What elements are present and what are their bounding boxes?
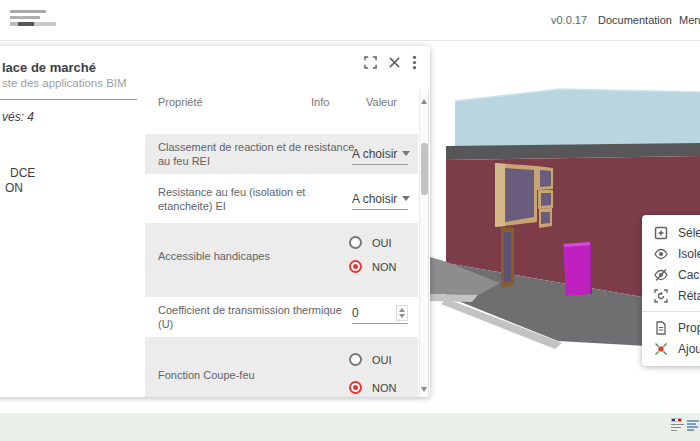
door-magenta-side [590, 242, 592, 295]
property-label: Accessible handicapes [158, 249, 358, 263]
radio-selected-icon [349, 381, 362, 394]
col-header-property: Propriété [158, 96, 203, 108]
nav-mentions[interactable]: Menti [679, 14, 700, 26]
context-menu: Sélecti Isoler Cacher Rétabli Proprié [642, 215, 700, 366]
property-row: Fonction Coupe-feu OUI NON [145, 337, 418, 397]
menu-item-label: Sélecti [678, 226, 700, 240]
top-bar: v0.0.17 Documentation Menti [0, 0, 700, 41]
window-small-glass [540, 170, 551, 187]
radio-option-non[interactable]: NON [349, 260, 396, 273]
menu-item-label: Cacher [678, 268, 700, 282]
value-select[interactable]: A choisir [352, 192, 408, 210]
window-small-glass [541, 212, 550, 224]
divider [0, 99, 137, 100]
eye-icon [654, 247, 668, 261]
partner-logo [687, 419, 699, 432]
chevron-down-icon [402, 151, 410, 156]
app-version: v0.0.17 [551, 14, 587, 26]
property-label: Classement de reaction et de resistance … [158, 140, 358, 168]
stepper-down-icon [399, 314, 405, 318]
menu-item-properties[interactable]: Proprié [642, 317, 700, 338]
logo-line [687, 429, 694, 431]
window-large-glass [505, 168, 534, 222]
app-root: { "header": { "version": "v0.0.17", "nav… [0, 0, 700, 441]
radio-selected-icon [349, 260, 362, 273]
close-icon[interactable] [388, 56, 401, 69]
building-roof [455, 89, 700, 147]
property-row: Accessible handicapes OUI NON [145, 223, 418, 297]
logo-line [10, 16, 40, 19]
col-header-value: Valeur [366, 96, 397, 108]
app-list-item[interactable]: ON [5, 181, 23, 195]
radio-label: NON [372, 261, 396, 273]
number-stepper[interactable] [396, 305, 408, 321]
kebab-menu-icon[interactable] [412, 55, 417, 70]
number-input[interactable]: 0 [352, 304, 408, 324]
eye-off-icon [654, 268, 668, 282]
results-count: vés: 4 [2, 110, 34, 124]
add-selection-icon [654, 226, 668, 240]
stepper-up-icon [399, 308, 405, 312]
terrace-edge [430, 294, 478, 302]
radio-option-oui[interactable]: OUI [349, 353, 392, 366]
nav-documentation[interactable]: Documentation [598, 14, 672, 26]
property-label: Fonction Coupe-feu [158, 368, 358, 382]
menu-item-select[interactable]: Sélecti [642, 222, 700, 243]
footer-band [0, 413, 700, 441]
radio-option-oui[interactable]: OUI [349, 236, 392, 249]
scrollbar-track[interactable] [419, 90, 429, 397]
radio-icon [349, 353, 362, 366]
dialog-title: lace de marché [2, 60, 96, 75]
door-main-glass [504, 232, 511, 283]
radio-label: OUI [372, 354, 392, 366]
menu-item-restore[interactable]: Rétabli [642, 285, 700, 306]
property-row: Classement de reaction et de resistance … [145, 134, 418, 174]
logo-line [671, 427, 681, 429]
logo-line [687, 420, 699, 422]
radio-label: OUI [372, 237, 392, 249]
col-header-info: Info [311, 96, 329, 108]
logo-line [671, 430, 677, 432]
property-row: Resistance au feu (isolation et etanchei… [145, 174, 418, 223]
select-value: A choisir [352, 192, 397, 206]
property-label: Coefficient de transmission thermique (U… [158, 303, 358, 331]
radio-option-non[interactable]: NON [349, 381, 396, 394]
logo-line [687, 423, 696, 425]
logo-line [671, 424, 684, 426]
logo-line [10, 22, 56, 26]
menu-item-hide[interactable]: Cacher [642, 264, 700, 285]
chevron-down-icon [402, 196, 410, 201]
menu-item-label: Proprié [678, 321, 700, 335]
number-value: 0 [352, 306, 359, 320]
restore-view-icon [654, 289, 668, 303]
app-logo[interactable] [10, 10, 80, 32]
french-flag-icon [671, 418, 682, 422]
menu-item-label: Rétabli [678, 289, 700, 303]
window-small-glass [541, 193, 551, 206]
dialog-subtitle: ste des applications BIM [2, 77, 127, 89]
radio-icon [349, 236, 362, 249]
fullscreen-icon[interactable] [364, 56, 377, 69]
document-icon [654, 321, 668, 335]
logo-line [10, 10, 46, 13]
logo-line [687, 426, 698, 428]
menu-item-label: Ajout P [678, 342, 700, 356]
menu-item-isolate[interactable]: Isoler [642, 243, 700, 264]
scrollbar-thumb[interactable] [421, 143, 428, 195]
french-government-logo [671, 418, 685, 432]
menu-divider [642, 311, 700, 312]
scrollbar-up-icon[interactable] [421, 99, 427, 104]
value-select[interactable]: A choisir [352, 147, 408, 165]
property-row: Coefficient de transmission thermique (U… [145, 297, 418, 337]
menu-item-label: Isoler [678, 247, 700, 261]
menu-item-add-point[interactable]: Ajout P [642, 338, 700, 359]
door-magenta [563, 242, 590, 296]
window-large-jamb [495, 163, 505, 227]
target-icon [654, 342, 668, 356]
app-list-item[interactable]: DCE [10, 166, 35, 180]
radio-label: NON [372, 382, 396, 394]
select-value: A choisir [352, 147, 397, 161]
scrollbar-down-icon[interactable] [421, 387, 427, 392]
property-label: Resistance au feu (isolation et etanchei… [158, 185, 358, 213]
